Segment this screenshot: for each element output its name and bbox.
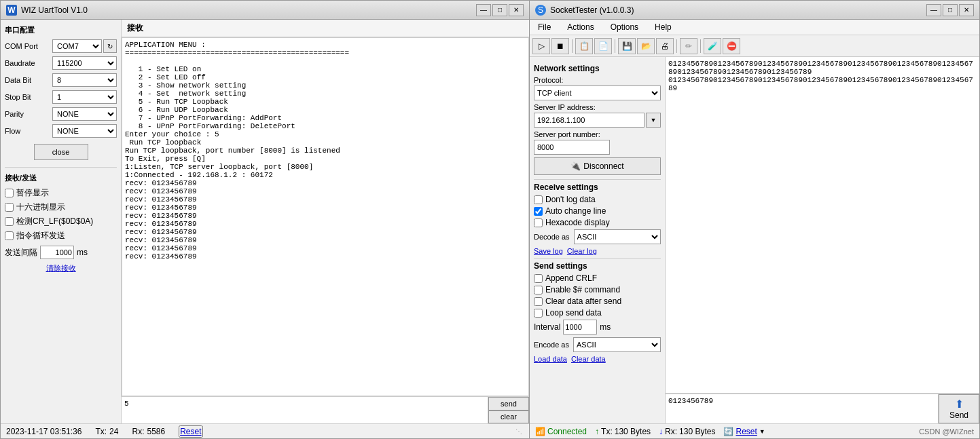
menu-actions[interactable]: Actions [562,21,599,33]
disconnect-button[interactable]: 🔌 Disconnect [534,157,661,175]
socket-reset-item: 🔄 Reset ▼ [723,427,765,436]
send-interval-row: Interval ms [534,320,661,335]
socket-send-row: 0123456789 ⬆ Send [666,394,979,423]
send-btn-group: send clear [488,397,529,423]
detect-cr-lf-checkbox[interactable] [5,217,14,226]
encode-row: Encode as ASCII [534,337,661,352]
enable-cmd-checkbox[interactable] [534,286,543,294]
auto-change-line-checkbox[interactable] [534,207,543,216]
uart-right-panel: 接收 APPLICATION MENU : ==================… [122,20,529,423]
send-row: 5 send clear [122,396,529,423]
uart-titlebar-controls: — □ ✕ [476,4,524,16]
encode-label: Encode as [534,341,569,349]
send-interval-input[interactable] [563,320,597,335]
socket-reset-button[interactable]: Reset [736,427,757,436]
clear-button[interactable]: clear [488,411,529,424]
com-port-refresh-button[interactable]: ↻ [103,39,117,53]
uart-close-button[interactable]: ✕ [509,4,524,16]
close-port-button[interactable]: close [34,144,88,160]
toolbar-btn-8[interactable]: ✏ [680,38,697,54]
enable-cmd-row: Enable $# command [534,285,661,294]
uart-left-panel: 串口配置 COM Port COM7 ↻ Baudrate 115200 Dat… [1,20,122,423]
toolbar-btn-2[interactable]: ⏹ [551,38,569,54]
uart-reset-button[interactable]: Reset [179,425,202,438]
menu-help[interactable]: Help [649,21,677,33]
decode-select[interactable]: ASCII [574,229,661,244]
pause-display-checkbox[interactable] [5,189,14,197]
stop-bit-row: Stop Bit 1 [5,90,117,104]
clear-log-button[interactable]: Clear log [567,247,597,255]
uart-tx-item: Tx: 24 [95,427,118,436]
recv-area-container: APPLICATION MENU : =====================… [122,37,529,396]
server-ip-dropdown[interactable]: ▼ [646,113,661,128]
toolbar-btn-1[interactable]: ▷ [532,38,550,54]
toolbar-btn-9[interactable]: 🧪 [704,38,721,54]
socket-send-button[interactable]: ⬆ Send [939,394,979,423]
clear-after-send-checkbox[interactable] [534,297,543,306]
server-ip-input[interactable] [534,113,645,128]
com-port-select[interactable]: COM7 [52,39,102,53]
divider-1 [5,167,117,168]
uart-datetime: 2023-11-17 03:51:36 [6,427,81,436]
cmd-loop-row: 指令循环发送 [5,230,117,242]
stop-bit-select[interactable]: 1 [52,90,117,104]
cmd-loop-checkbox[interactable] [5,231,14,240]
baudrate-select[interactable]: 115200 [52,56,117,70]
encode-select[interactable]: ASCII [573,337,661,352]
com-port-label: COM Port [5,42,52,50]
toolbar-btn-5[interactable]: 💾 [618,38,636,54]
append-crlf-checkbox[interactable] [534,274,543,283]
reset-dropdown-icon: ▼ [759,428,765,435]
hexacode-display-checkbox[interactable] [534,218,543,227]
append-crlf-label: Append CRLF [545,273,597,283]
server-port-label: Server port number: [534,130,661,138]
protocol-label: Protocol: [534,76,661,84]
toolbar-btn-7[interactable]: 🖨 [656,38,674,54]
load-data-button[interactable]: Load data [534,355,567,363]
baudrate-label: Baudrate [5,59,52,67]
server-port-input[interactable] [534,140,610,155]
menu-file[interactable]: File [532,21,556,33]
toolbar-btn-4[interactable]: 📄 [594,38,612,54]
refresh-icon: 🔄 [723,427,733,436]
socket-recv-area[interactable]: 0123456789012345678901234567890123456789… [666,57,979,394]
recv-area[interactable]: APPLICATION MENU : =====================… [122,37,529,396]
hex-display-checkbox[interactable] [5,203,14,212]
toolbar-btn-10[interactable]: ⛔ [723,38,740,54]
send-interval-unit: ms [600,322,611,332]
data-bit-select[interactable]: 8 [52,73,117,87]
toolbar-btn-3[interactable]: 📋 [575,38,593,54]
save-log-button[interactable]: Save log [534,247,563,255]
menu-options[interactable]: Options [605,21,644,33]
send-input[interactable]: 5 [122,397,488,423]
toolbar-separator-4 [700,39,701,53]
clear-recv-button[interactable]: 清除接收 [5,263,117,273]
socket-maximize-button[interactable]: □ [943,4,958,16]
network-settings-title: Network settings [534,64,661,73]
dont-log-checkbox[interactable] [534,195,543,204]
loop-send-checkbox[interactable] [534,309,543,318]
csdn-label: CSDN @WIZnet [919,427,974,436]
socket-close-button[interactable]: ✕ [959,4,974,16]
uart-maximize-button[interactable]: □ [492,4,507,16]
disconnect-label: Disconnect [583,161,623,171]
protocol-select[interactable]: TCP client [534,85,661,100]
auto-change-line-label: Auto change line [545,206,606,216]
uart-titlebar-left: W WIZ UartTool V1.0 [6,5,88,16]
clear-data-button[interactable]: Clear data [571,355,606,363]
socket-rx-value: 130 Bytes [679,427,715,436]
uart-minimize-button[interactable]: — [476,4,491,16]
socket-minimize-button[interactable]: — [926,4,941,16]
uart-rx-value: 5586 [147,427,165,436]
toolbar-btn-6[interactable]: 📂 [637,38,655,54]
socket-titlebar-left: S SocketTester (v1.0.0.3) [535,5,634,16]
socket-toolbar: ▷ ⏹ 📋 📄 💾 📂 🖨 ✏ 🧪 ⛔ [530,35,979,57]
decode-row: Decode as ASCII [534,229,661,244]
socket-send-input[interactable]: 0123456789 [666,394,939,423]
pause-display-row: 暂停显示 [5,187,117,199]
parity-select[interactable]: NONE [52,107,117,121]
interval-input[interactable] [40,246,74,259]
uart-title: WIZ UartTool V1.0 [21,5,88,15]
send-button[interactable]: send [488,397,529,411]
flow-select[interactable]: NONE [52,124,117,138]
